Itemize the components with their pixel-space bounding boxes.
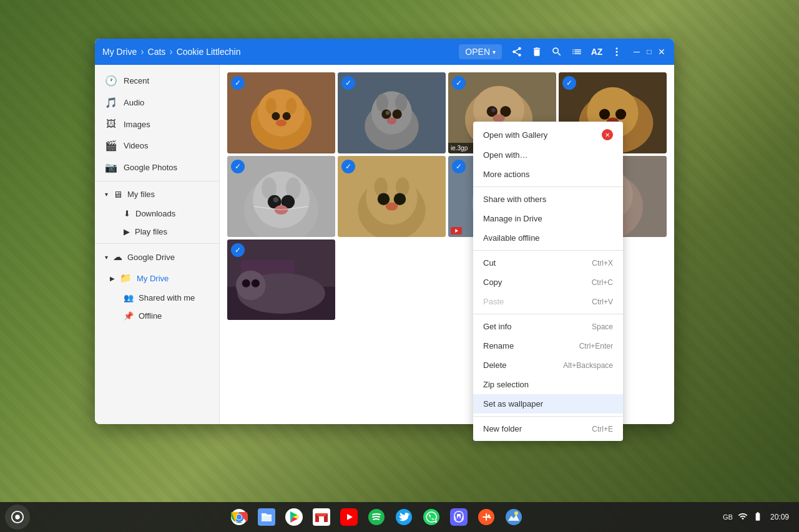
file-check: ✓ xyxy=(341,160,355,173)
sidebar-item-videos[interactable]: 🎬 Videos xyxy=(95,135,214,157)
taskbar-app10[interactable] xyxy=(501,505,526,530)
ctx-copy[interactable]: Copy Ctrl+C xyxy=(473,273,623,292)
sidebar-play-files-label: Play files xyxy=(135,227,167,236)
ctx-divider-3 xyxy=(473,314,623,314)
ctx-open-gallery[interactable]: Open with Gallery ✕ xyxy=(473,124,623,145)
svg-point-26 xyxy=(491,108,495,112)
sidebar-item-recent[interactable]: 🕐 Recent xyxy=(95,70,214,92)
file-check: ✓ xyxy=(341,76,355,90)
taskbar-chrome[interactable] xyxy=(227,505,252,530)
more-button[interactable] xyxy=(607,42,627,62)
file-item[interactable]: ✓ xyxy=(338,72,446,153)
svg-point-15 xyxy=(395,94,407,112)
sidebar-item-audio[interactable]: 🎵 Audio xyxy=(95,92,214,114)
taskbar-gmail[interactable] xyxy=(309,505,334,530)
open-button[interactable]: OPEN ▾ xyxy=(459,44,502,59)
paste-shortcut: Ctrl+V xyxy=(592,297,613,306)
ctx-rename[interactable]: Rename Ctrl+Enter xyxy=(473,336,623,355)
taskbar-files[interactable] xyxy=(254,505,279,530)
svg-point-2 xyxy=(616,54,618,56)
ctx-share[interactable]: Share with others xyxy=(473,190,623,209)
svg-point-47 xyxy=(366,171,417,225)
minimize-button[interactable]: ─ xyxy=(632,47,642,57)
ctx-open-with[interactable]: Open with… xyxy=(473,145,623,165)
share-button[interactable] xyxy=(507,42,527,62)
breadcrumb-sep-1: › xyxy=(140,46,144,57)
ctx-paste[interactable]: Paste Ctrl+V xyxy=(473,292,623,311)
svg-point-36 xyxy=(253,172,310,228)
sort-button[interactable]: AZ xyxy=(587,42,607,62)
breadcrumb-part-2[interactable]: Cats xyxy=(148,47,166,57)
file-item[interactable]: ✓ xyxy=(338,156,446,237)
ctx-available-offline[interactable]: Available offline xyxy=(473,228,623,248)
breadcrumb-part-3[interactable]: Cookie Littlechin xyxy=(177,47,241,57)
svg-rect-78 xyxy=(262,516,272,521)
get-info-shortcut: Space xyxy=(592,322,613,331)
manage-drive-label: Manage in Drive xyxy=(483,214,542,223)
svg-point-5 xyxy=(258,89,305,137)
delete-button[interactable] xyxy=(527,42,547,62)
close-button[interactable]: ✕ xyxy=(657,47,667,57)
svg-point-18 xyxy=(386,111,390,115)
ctx-manage-drive[interactable]: Manage in Drive xyxy=(473,209,623,228)
file-check: ✓ xyxy=(231,76,245,90)
maximize-button[interactable]: □ xyxy=(644,47,654,57)
sidebar-google-drive-header[interactable]: ▾ ☁ Google Drive xyxy=(95,246,219,268)
taskbar-youtube[interactable] xyxy=(336,505,361,530)
sidebar-item-downloads[interactable]: ⬇ Downloads xyxy=(95,205,214,223)
ctx-delete[interactable]: Delete Alt+Backspace xyxy=(473,355,623,375)
taskbar-left xyxy=(5,505,30,530)
rename-shortcut: Ctrl+Enter xyxy=(579,342,613,351)
sidebar-my-drive-header[interactable]: ▶ 📁 My Drive xyxy=(95,268,219,289)
taskbar-whatsapp[interactable] xyxy=(419,505,444,530)
sidebar-my-files-label: My files xyxy=(127,190,155,199)
google-drive-chevron: ▾ xyxy=(105,254,108,261)
file-item[interactable]: ✓ xyxy=(227,239,335,321)
svg-point-50 xyxy=(378,193,390,205)
taskbar: GB 20:09 xyxy=(0,502,799,532)
copy-label: Copy xyxy=(483,278,502,287)
status-battery-icon xyxy=(753,511,763,523)
window-controls: ─ □ ✕ xyxy=(632,47,667,57)
sidebar-item-google-photos[interactable]: 📷 Google Photos xyxy=(95,157,214,178)
sidebar-item-offline[interactable]: 📌 Offline xyxy=(95,307,214,325)
taskbar-app9[interactable] xyxy=(474,505,499,530)
sidebar-divider-1 xyxy=(95,181,219,181)
sidebar-item-play-files[interactable]: ▶ Play files xyxy=(95,223,214,241)
sidebar-item-shared[interactable]: 👥 Shared with me xyxy=(95,289,214,307)
ctx-divider-2 xyxy=(473,250,623,251)
ctx-new-folder[interactable]: New folder Ctrl+E xyxy=(473,419,623,438)
file-item[interactable]: ✓ xyxy=(227,156,335,237)
play-files-icon: ▶ xyxy=(124,227,130,236)
sidebar-item-images[interactable]: 🖼 Images xyxy=(95,114,214,135)
taskbar-spotify[interactable] xyxy=(364,505,389,530)
breadcrumb-part-1[interactable]: My Drive xyxy=(102,47,137,57)
more-actions-label: More actions xyxy=(483,170,529,179)
search-button[interactable] xyxy=(547,42,567,62)
file-check: ✓ xyxy=(452,76,466,90)
taskbar-mastodon[interactable] xyxy=(446,505,471,530)
share-label: Share with others xyxy=(483,195,546,204)
ctx-more-actions[interactable]: More actions xyxy=(473,165,623,184)
sidebar-item-google-photos-label: Google Photos xyxy=(124,163,177,172)
list-view-button[interactable] xyxy=(567,42,587,62)
svg-point-51 xyxy=(394,193,406,205)
ctx-cut[interactable]: Cut Ctrl+X xyxy=(473,253,623,273)
launcher-button[interactable] xyxy=(5,505,30,530)
svg-point-91 xyxy=(489,517,491,519)
sidebar-offline-label: Offline xyxy=(139,311,162,321)
taskbar-play-store[interactable] xyxy=(282,505,306,530)
ctx-get-info[interactable]: Get info Space xyxy=(473,317,623,336)
sidebar: 🕐 Recent 🎵 Audio 🖼 Images 🎬 Videos 📷 Goo… xyxy=(95,65,220,424)
videos-icon: 🎬 xyxy=(105,140,117,152)
ctx-zip[interactable]: Zip selection xyxy=(473,375,623,394)
ctx-divider-1 xyxy=(473,186,623,187)
taskbar-twitter[interactable] xyxy=(391,505,416,530)
svg-point-70 xyxy=(252,279,260,287)
offline-icon: 📌 xyxy=(124,311,134,321)
ctx-set-wallpaper[interactable]: Set as wallpaper xyxy=(473,394,623,414)
sidebar-my-files-header[interactable]: ▾ 🖥 My files xyxy=(95,184,219,205)
file-item[interactable]: ✓ xyxy=(227,72,335,153)
svg-point-17 xyxy=(393,109,402,118)
svg-point-19 xyxy=(387,117,396,124)
